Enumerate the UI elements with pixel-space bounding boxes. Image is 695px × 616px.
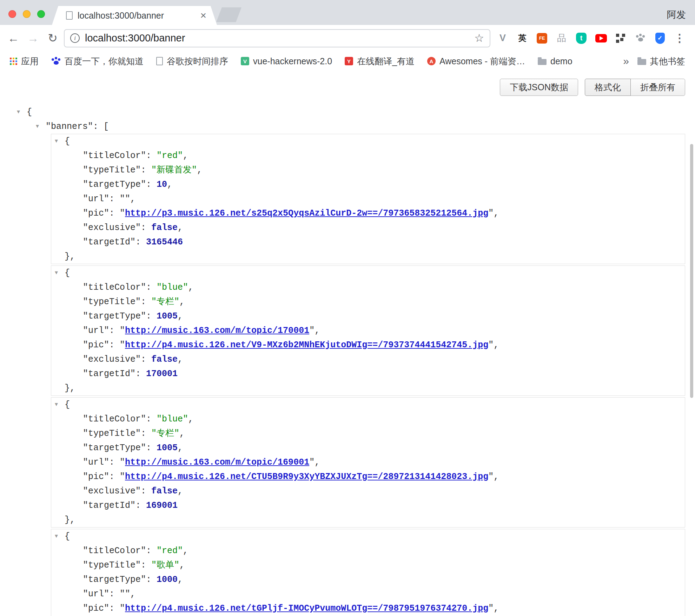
- json-url-link[interactable]: http://p4.music.126.net/CTU5B9R9y3XyYBZX…: [125, 472, 488, 482]
- json-line: "typeTitle": "歌单",: [51, 558, 685, 572]
- json-line: "pic": "http://p4.music.126.net/tGPljf-I…: [51, 601, 685, 616]
- fehelper-extension-icon[interactable]: FE: [536, 32, 548, 44]
- shield-t-extension-icon[interactable]: t: [575, 32, 587, 44]
- paw-icon: [636, 33, 645, 43]
- bookmarks-bar: 应用 百度一下，你就知道 谷歌按时间排序 V vue-hackernews-2.…: [0, 51, 695, 71]
- browser-menu-icon[interactable]: ⋮: [674, 32, 686, 44]
- json-url-link[interactable]: http://p4.music.126.net/V9-MXz6b2MNhEKju…: [125, 340, 488, 350]
- bookmark-other-folder[interactable]: 其他书签: [637, 55, 685, 67]
- site-info-icon[interactable]: i: [70, 33, 80, 43]
- json-line: "url": "",: [51, 192, 685, 206]
- json-line: "targetType": 1005,: [51, 309, 685, 323]
- awesomes-icon: A: [427, 57, 436, 65]
- youtube-extension-icon[interactable]: [595, 32, 607, 44]
- paw-extension-icon[interactable]: [634, 32, 646, 44]
- url-text: localhost:3000/banner: [85, 32, 474, 44]
- collapse-arrow-icon[interactable]: ▼: [36, 119, 39, 134]
- browser-window: localhost:3000/banner × 阿发 ← → ↻ i local…: [0, 0, 695, 616]
- download-json-button[interactable]: 下载JSON数据: [500, 79, 578, 96]
- bookmark-awesomes[interactable]: A Awesomes - 前端资…: [427, 55, 525, 67]
- bookmarks-overflow-icon[interactable]: »: [623, 55, 629, 67]
- bookmark-apps[interactable]: 应用: [10, 55, 39, 67]
- collapse-arrow-icon[interactable]: ▼: [55, 529, 58, 544]
- scrollbar-thumb[interactable]: [690, 144, 693, 398]
- reload-icon[interactable]: ↻: [44, 30, 61, 47]
- profile-name[interactable]: 阿发: [667, 8, 686, 21]
- apps-grid-icon: [10, 58, 17, 65]
- collapse-all-button[interactable]: 折叠所有: [630, 79, 685, 96]
- json-line: "pic": "http://p4.music.126.net/CTU5B9R9…: [51, 470, 685, 484]
- json-url-link[interactable]: http://music.163.com/m/topic/169001: [125, 457, 309, 467]
- json-line: "typeTitle": "新碟首发",: [51, 163, 685, 177]
- bookmark-vue-hackernews[interactable]: V vue-hackernews-2.0: [241, 56, 332, 66]
- json-line: "targetType": 1000,: [51, 572, 685, 587]
- json-page-toolbar: 下载JSON数据 格式化 折叠所有: [0, 71, 695, 96]
- close-window-button[interactable]: [8, 10, 16, 18]
- bookmark-label: 谷歌按时间排序: [167, 55, 228, 67]
- browser-tab[interactable]: localhost:3000/banner ×: [52, 6, 217, 25]
- format-button-group: 格式化 折叠所有: [585, 79, 685, 96]
- bookmark-label: 百度一下，你就知道: [65, 55, 144, 67]
- json-line: "targetId": 169001: [51, 498, 685, 513]
- folder-icon: [538, 59, 547, 65]
- json-url-link[interactable]: http://p4.music.126.net/tGPljf-IMOCyPvum…: [125, 603, 488, 614]
- bookmark-label: 应用: [21, 55, 39, 67]
- bookmark-demo-folder[interactable]: demo: [538, 56, 572, 66]
- json-line: ▼{: [0, 105, 695, 119]
- zoom-window-button[interactable]: [37, 10, 45, 18]
- json-line: },: [51, 381, 685, 395]
- json-line: "typeTitle": "专栏",: [51, 426, 685, 441]
- page-content: 下载JSON数据 格式化 折叠所有 ▼{▼"banners": [▼{"titl…: [0, 71, 695, 616]
- collapse-arrow-icon[interactable]: ▼: [55, 266, 58, 280]
- youdao-dict-extension-icon[interactable]: 英: [516, 32, 528, 44]
- back-icon[interactable]: ←: [5, 30, 22, 47]
- youdao-icon: Y: [345, 57, 353, 65]
- json-url-link[interactable]: http://music.163.com/m/topic/170001: [125, 326, 309, 336]
- json-line: "url": "http://music.163.com/m/topic/170…: [51, 323, 685, 338]
- youdao-glyph: 英: [518, 33, 527, 44]
- bookmark-label: Awesomes - 前端资…: [439, 55, 525, 67]
- check-glyph: ✓: [655, 33, 665, 44]
- shield-check-extension-icon[interactable]: ✓: [654, 32, 666, 44]
- json-line: "typeTitle": "专栏",: [51, 295, 685, 309]
- collapse-arrow-icon[interactable]: ▼: [55, 134, 58, 149]
- json-url-link[interactable]: http://p3.music.126.net/s25q2x5QyqsAzilC…: [125, 208, 488, 218]
- org-chart-extension-icon[interactable]: 品: [556, 32, 568, 44]
- minimize-window-button[interactable]: [23, 10, 31, 18]
- json-line: "url": "",: [51, 587, 685, 601]
- bookmark-label: vue-hackernews-2.0: [253, 56, 332, 66]
- window-controls: [8, 10, 45, 18]
- browser-toolbar: ← → ↻ i localhost:3000/banner ☆ V 英 FE 品…: [0, 25, 695, 51]
- json-line: ▼"banners": [: [0, 119, 695, 134]
- json-line: ▼{: [51, 398, 685, 412]
- extensions-area: V 英 FE 品 t ✓ ⋮: [497, 32, 686, 44]
- collapse-arrow-icon[interactable]: ▼: [17, 105, 20, 119]
- json-line: ▼{: [51, 266, 685, 280]
- json-line: },: [51, 249, 685, 264]
- format-button[interactable]: 格式化: [585, 79, 631, 96]
- json-line: "titleColor": "blue",: [51, 412, 685, 426]
- bookmark-star-icon[interactable]: ☆: [474, 32, 484, 45]
- json-line: },: [51, 513, 685, 527]
- tab-close-icon[interactable]: ×: [200, 10, 206, 21]
- json-line: "pic": "http://p3.music.126.net/s25q2x5Q…: [51, 206, 685, 221]
- json-line: "pic": "http://p4.music.126.net/V9-MXz6b…: [51, 338, 685, 352]
- collapse-arrow-icon[interactable]: ▼: [55, 398, 58, 412]
- bookmark-google-sort[interactable]: 谷歌按时间排序: [156, 55, 228, 67]
- forward-icon[interactable]: →: [25, 30, 41, 47]
- extension-icon-v[interactable]: V: [497, 32, 509, 44]
- tab-title: localhost:3000/banner: [78, 11, 200, 21]
- json-line: "url": "http://music.163.com/m/topic/169…: [51, 455, 685, 470]
- document-icon: [156, 57, 163, 65]
- json-line: "exclusive": false,: [51, 221, 685, 235]
- json-object-box: ▼{"titleColor": "red","typeTitle": "新碟首发…: [51, 134, 685, 264]
- new-tab-button[interactable]: [216, 7, 241, 22]
- bookmark-label: demo: [550, 56, 572, 66]
- json-line: "titleColor": "blue",: [51, 280, 685, 295]
- address-bar[interactable]: i localhost:3000/banner ☆: [64, 29, 490, 47]
- bookmark-baidu[interactable]: 百度一下，你就知道: [51, 55, 144, 67]
- qrcode-extension-icon[interactable]: [615, 32, 627, 44]
- json-object-box: ▼{"titleColor": "red","typeTitle": "歌单",…: [51, 529, 685, 616]
- json-line: "targetType": 1005,: [51, 441, 685, 455]
- bookmark-youdao-translate[interactable]: Y 在线翻译_有道: [345, 55, 415, 67]
